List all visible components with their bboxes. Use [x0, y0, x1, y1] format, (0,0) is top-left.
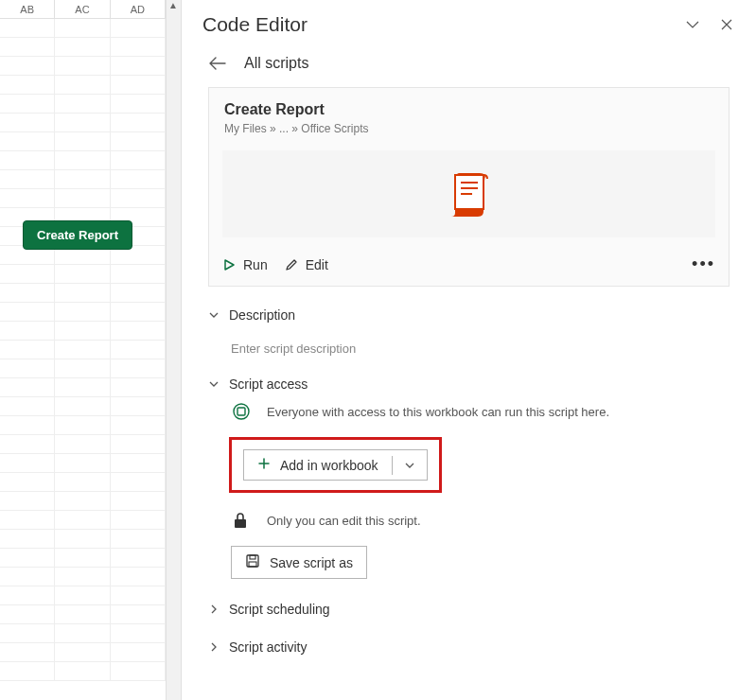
close-icon[interactable]	[718, 16, 735, 33]
script-card: Create Report My Files » ... » Office Sc…	[208, 87, 730, 287]
section-title: Script access	[229, 376, 308, 392]
script-file-icon	[448, 171, 491, 217]
add-dropdown-toggle[interactable]	[393, 460, 427, 471]
section-title: Script scheduling	[229, 602, 330, 617]
description-placeholder[interactable]: Enter script description	[231, 341, 730, 356]
sheet-grid[interactable]	[0, 19, 166, 681]
edit-button[interactable]: Edit	[285, 257, 328, 272]
run-label: Run	[243, 257, 268, 272]
access-everyone-text: Everyone with access to this workbook ca…	[267, 405, 609, 419]
highlighted-add-button-area: Add in workbook	[229, 437, 442, 493]
code-editor-pane: Code Editor All scripts Create Report My…	[182, 0, 756, 700]
script-name: Create Report	[224, 101, 713, 118]
svg-point-4	[234, 404, 249, 419]
only-you-text: Only you can edit this script.	[267, 514, 421, 528]
globe-icon	[231, 401, 252, 422]
vertical-scrollbar[interactable]: ▲	[167, 0, 182, 700]
more-options-icon[interactable]: •••	[692, 254, 715, 274]
add-in-workbook-label: Add in workbook	[280, 458, 378, 473]
col-header[interactable]: AB	[0, 0, 55, 18]
description-section-toggle[interactable]: Description	[208, 307, 730, 323]
plus-icon	[257, 457, 271, 473]
svg-rect-6	[235, 519, 246, 528]
svg-rect-5	[237, 408, 245, 415]
section-title: Script activity	[229, 639, 307, 655]
pencil-icon	[285, 258, 298, 271]
chevron-right-icon	[208, 604, 220, 615]
back-arrow-icon[interactable]	[208, 56, 227, 71]
spreadsheet-area: AB AC AD	[0, 0, 167, 700]
section-title: Description	[229, 307, 295, 323]
breadcrumb: My Files » ... » Office Scripts	[224, 122, 713, 135]
add-in-workbook-button[interactable]: Add in workbook	[243, 449, 428, 481]
column-headers: AB AC AD	[0, 0, 166, 19]
chevron-down-icon	[208, 378, 220, 390]
save-icon	[245, 553, 260, 571]
collapse-icon[interactable]	[684, 16, 701, 33]
chevron-down-icon	[208, 309, 220, 321]
svg-rect-0	[455, 175, 483, 209]
save-script-as-button[interactable]: Save script as	[231, 546, 367, 579]
edit-label: Edit	[306, 257, 328, 272]
editor-header: Code Editor	[182, 6, 756, 45]
col-header[interactable]: AC	[55, 0, 110, 18]
run-button[interactable]: Run	[222, 257, 268, 272]
script-access-section-toggle[interactable]: Script access	[208, 376, 730, 392]
save-as-label: Save script as	[270, 555, 353, 570]
script-scheduling-section-toggle[interactable]: Script scheduling	[208, 602, 730, 617]
create-report-button[interactable]: Create Report	[23, 220, 132, 250]
col-header[interactable]: AD	[111, 0, 166, 18]
svg-rect-9	[249, 562, 256, 567]
script-preview	[222, 150, 715, 237]
play-icon	[222, 258, 236, 271]
lock-icon	[231, 512, 250, 529]
all-scripts-link[interactable]: All scripts	[244, 55, 308, 72]
script-activity-section-toggle[interactable]: Script activity	[208, 639, 730, 655]
chevron-right-icon	[208, 641, 220, 653]
scroll-up-arrow-icon[interactable]: ▲	[168, 0, 178, 10]
editor-title: Code Editor	[202, 13, 308, 36]
